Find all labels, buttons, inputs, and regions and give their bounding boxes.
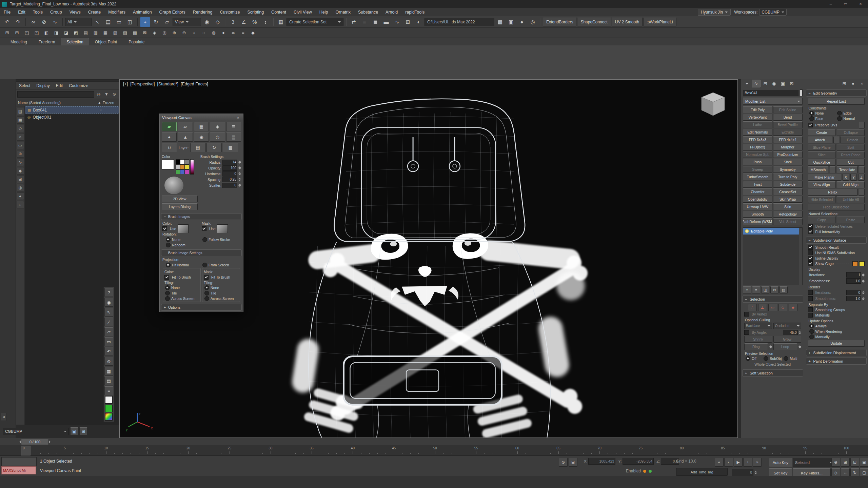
- spinner-arrows[interactable]: [862, 273, 865, 277]
- select-by-name-icon[interactable]: ▤: [103, 17, 113, 27]
- radio-face[interactable]: [809, 116, 814, 121]
- rendered-frame-window-icon[interactable]: ▣: [506, 17, 516, 27]
- filter-frozen-icon[interactable]: ◌: [17, 201, 24, 208]
- button-make-planar-z[interactable]: Z: [858, 174, 865, 181]
- radio-across-screen[interactable]: [204, 296, 209, 301]
- frame-back-arrow[interactable]: [18, 441, 21, 443]
- gradient-tool[interactable]: ◉: [194, 133, 209, 142]
- modifier-button-push[interactable]: Push: [743, 159, 772, 165]
- minimize-button[interactable]: –: [823, 0, 838, 8]
- settings-box-tessellate[interactable]: [859, 166, 865, 173]
- menu-rapidtools[interactable]: rapidTools: [401, 8, 428, 16]
- spinner-arrows[interactable]: [238, 172, 241, 175]
- scene-explorer-menu-edit[interactable]: Edit: [53, 83, 66, 88]
- modifier-button-opensubdiv[interactable]: OpenSubdiv: [743, 196, 772, 203]
- perspective-viewport[interactable]: [+][Perspective][Standard*][Edged Faces]: [119, 79, 738, 438]
- paint-deform-icon[interactable]: ◈: [150, 28, 159, 37]
- close-button[interactable]: ×: [853, 0, 868, 8]
- edit-named-selection-sets-icon[interactable]: ▦: [276, 17, 286, 27]
- filter-groups-icon[interactable]: ⊞: [17, 176, 24, 183]
- menu-create[interactable]: Create: [84, 8, 105, 16]
- spinner-arrows[interactable]: [862, 297, 865, 300]
- checkbox-smooth-result[interactable]: [808, 245, 813, 250]
- viewport-label-segment[interactable]: [Edged Faces]: [181, 82, 208, 86]
- workspace-selector[interactable]: CGBUMP: [759, 9, 787, 16]
- modifier-button-retopology[interactable]: Retopology: [773, 211, 803, 218]
- modify-tab[interactable]: ∿: [752, 80, 761, 87]
- sworkplane-button[interactable]: :sWorkPlaneLt: [643, 18, 676, 26]
- vertex-subobject-icon[interactable]: ∴: [748, 304, 757, 311]
- maxscript-mini-listener[interactable]: MAXScript Mi: [1, 466, 36, 474]
- frame-spinner[interactable]: [754, 471, 757, 474]
- border-subobject-icon[interactable]: ▭: [768, 304, 777, 311]
- rollout-header-paint-deformation[interactable]: +Paint Deformation: [806, 358, 867, 365]
- use-pivot-point-icon[interactable]: ◉: [202, 17, 212, 27]
- button-quickslice[interactable]: QuickSlice: [808, 159, 836, 166]
- eraser-icon[interactable]: ▱: [104, 327, 113, 336]
- quad-chamfer-icon[interactable]: ◪: [62, 28, 71, 37]
- y-coordinate-field[interactable]: [623, 458, 654, 465]
- render-iterative-icon[interactable]: ◎: [528, 17, 538, 27]
- menu-views[interactable]: Views: [66, 8, 84, 16]
- modifier-button-skin[interactable]: Skin: [773, 203, 803, 210]
- previous-frame-icon[interactable]: ‹: [724, 458, 733, 467]
- help-ball-icon[interactable]: ?: [104, 288, 113, 297]
- remove-modifier-icon[interactable]: ⊘: [770, 286, 778, 293]
- close-icon[interactable]: ×: [235, 115, 241, 120]
- list-item-object001[interactable]: ◎Object001: [25, 114, 119, 121]
- menu-scripting[interactable]: Scripting: [243, 8, 268, 16]
- palette-swatch[interactable]: [184, 169, 189, 174]
- checkbox-iterations[interactable]: [808, 290, 813, 295]
- current-frame-field[interactable]: [732, 469, 753, 476]
- modifier-button-skin-wrap[interactable]: Skin Wrap: [773, 196, 803, 203]
- name-column-header[interactable]: Name (Sorted Ascending): [18, 101, 61, 105]
- palette-swatch[interactable]: [180, 169, 185, 174]
- checkbox-by-angle[interactable]: [744, 330, 749, 335]
- radio-none[interactable]: [165, 285, 170, 290]
- zoom-all-icon[interactable]: ⊞: [841, 458, 850, 467]
- menu-graph-editors[interactable]: Graph Editors: [156, 8, 189, 16]
- button-slice[interactable]: Slice: [808, 151, 836, 158]
- modifier-button-chamfer[interactable]: Chamfer: [743, 188, 772, 195]
- spinner-spacing-field[interactable]: [222, 177, 237, 182]
- radio-always[interactable]: [809, 324, 814, 328]
- bind-to-spacewarp-icon[interactable]: ∿: [50, 17, 60, 27]
- next-frame-icon[interactable]: ›: [743, 458, 752, 467]
- ribbon-tab-populate[interactable]: Populate: [123, 38, 150, 45]
- radio-across-screen[interactable]: [165, 296, 170, 301]
- spinner-hardness-field[interactable]: [222, 171, 237, 177]
- x-coordinate-field[interactable]: [588, 458, 615, 465]
- select-and-rotate-icon[interactable]: ↻: [151, 17, 161, 27]
- select-link-icon[interactable]: ∞: [28, 17, 38, 27]
- menu-animation[interactable]: Animation: [129, 8, 156, 16]
- time-slider-track[interactable]: 0 / 100: [0, 438, 868, 445]
- modifier-button-morpher[interactable]: Morpher: [773, 144, 803, 150]
- shrink-selection-icon[interactable]: ⊖: [180, 28, 189, 37]
- spinner-arrows[interactable]: [862, 291, 865, 294]
- selected-dropdown[interactable]: Selected: [793, 458, 835, 467]
- blur-tool[interactable]: ◎: [210, 133, 225, 142]
- button-relax[interactable]: Relax: [808, 189, 858, 196]
- bridge-edges-icon[interactable]: ≍: [229, 28, 238, 37]
- modifier-button-twist[interactable]: Twist: [743, 181, 772, 188]
- mirror-poly-icon[interactable]: ▧: [111, 28, 120, 37]
- palette-swatch[interactable]: [176, 159, 180, 164]
- color-image-thumbnail[interactable]: [178, 224, 189, 233]
- modifier-button-extrude[interactable]: Extrude: [773, 129, 803, 136]
- cage-color-swatch-0[interactable]: [852, 261, 858, 266]
- loop-select-icon[interactable]: ○: [190, 28, 198, 37]
- se-lock-icon[interactable]: ⊙: [111, 91, 118, 98]
- palette-swatch[interactable]: [176, 169, 180, 174]
- radio-tile[interactable]: [204, 291, 209, 296]
- close-panel-icon[interactable]: ×: [858, 80, 866, 87]
- button-paste[interactable]: Paste: [837, 217, 865, 223]
- modifier-button-ffd-4x4x4[interactable]: FFD 4x4x4: [773, 136, 803, 143]
- workspace-save-icon[interactable]: ▣: [70, 427, 78, 435]
- conform-brush-icon[interactable]: ▩: [131, 28, 139, 37]
- adjust-loop-icon[interactable]: ▥: [91, 28, 100, 37]
- rollout-header-selection[interactable]: −Selection: [742, 296, 803, 303]
- rollout-header-options[interactable]: +Options: [161, 304, 242, 311]
- dropdown-backface[interactable]: Backface: [744, 323, 772, 329]
- settings-box-msmooth[interactable]: [830, 166, 835, 173]
- palette-swatch[interactable]: [176, 164, 180, 169]
